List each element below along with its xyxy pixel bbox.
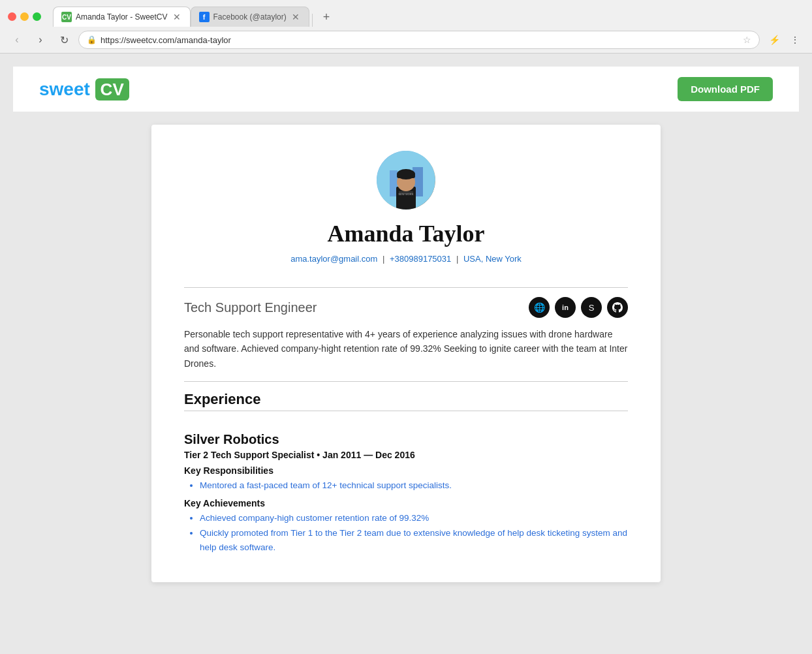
github-icon[interactable]	[607, 297, 628, 318]
achievements-heading: Key Achievements	[184, 498, 628, 508]
list-item: Mentored a fast-paced team of 12+ techni…	[200, 478, 628, 493]
position-title: Tier 2 Tech Support Specialist • Jan 201…	[184, 450, 628, 460]
refresh-button[interactable]: ↻	[55, 31, 73, 49]
more-menu-icon[interactable]: ⋮	[786, 31, 804, 49]
forward-button[interactable]: ›	[31, 31, 50, 49]
back-icon: ‹	[15, 34, 18, 46]
bookmark-icon: ☆	[743, 35, 751, 45]
avatar-image: NEW WORK	[377, 151, 435, 210]
cv-job-title: Tech Support Engineer	[184, 300, 317, 315]
nav-bar: ‹ › ↻ 🔒 https://sweetcv.com/amanda-taylo…	[0, 27, 812, 53]
contact-location[interactable]: USA, New York	[463, 254, 522, 264]
responsibilities-heading: Key Responsibilities	[184, 465, 628, 476]
close-window-btn[interactable]	[8, 12, 16, 21]
minimize-window-btn[interactable]	[20, 12, 29, 21]
download-pdf-button[interactable]: Download PDF	[678, 77, 773, 101]
new-tab-button[interactable]: +	[320, 8, 333, 27]
logo-cv-badge: CV	[95, 78, 129, 101]
cv-contact: ama.taylor@gmail.com | +380989175031 | U…	[184, 254, 628, 264]
cv-job-section: Tech Support Engineer 🌐 in S Personable …	[184, 287, 628, 371]
address-bar[interactable]: 🔒 https://sweetcv.com/amanda-taylor ☆	[78, 31, 760, 49]
social-icons-row: 🌐 in S	[529, 297, 628, 318]
achievements-list: Achieved company-high customer retention…	[200, 511, 628, 555]
cv-job-title-row: Tech Support Engineer 🌐 in S	[184, 297, 628, 318]
experience-heading: Experience	[184, 391, 628, 408]
tab-facebook-close[interactable]: ✕	[290, 12, 301, 22]
logo-sweet-text: sweet	[39, 79, 90, 99]
linkedin-icon[interactable]: in	[555, 297, 576, 318]
cv-card: NEW WORK Amanda Taylor ama.taylor@gmail.…	[151, 125, 661, 582]
list-item: Quickly promoted from Tier 1 to the Tier…	[200, 526, 628, 554]
back-button[interactable]: ‹	[8, 31, 26, 49]
separator-1: |	[383, 254, 387, 264]
forward-icon: ›	[39, 34, 42, 46]
responsibilities-list: Mentored a fast-paced team of 12+ techni…	[200, 478, 628, 493]
contact-email[interactable]: ama.taylor@gmail.com	[290, 254, 377, 264]
svg-text:NEW WORK: NEW WORK	[398, 193, 413, 196]
tabs-bar: CV Amanda Taylor - SweetCV ✕ f Facebook …	[53, 7, 804, 27]
cv-name: Amanda Taylor	[184, 220, 628, 247]
list-item: Achieved company-high customer retention…	[200, 511, 628, 525]
refresh-icon: ↻	[60, 34, 69, 46]
svg-rect-6	[397, 174, 415, 178]
title-bar: CV Amanda Taylor - SweetCV ✕ f Facebook …	[0, 0, 812, 27]
extensions-icon[interactable]: ⚡	[765, 31, 783, 49]
contact-phone[interactable]: +380989175031	[390, 254, 451, 264]
tab-sweetcv[interactable]: CV Amanda Taylor - SweetCV ✕	[53, 7, 191, 27]
sweetcv-favicon: CV	[61, 12, 72, 22]
cv-header: NEW WORK Amanda Taylor ama.taylor@gmail.…	[184, 151, 628, 277]
lock-icon: 🔒	[87, 35, 97, 44]
globe-icon[interactable]: 🌐	[529, 297, 550, 318]
window-controls	[8, 12, 41, 21]
site-logo: sweet CV	[39, 79, 129, 100]
tab-divider	[312, 14, 313, 27]
facebook-favicon: f	[199, 12, 210, 22]
tab-sweetcv-title: Amanda Taylor - SweetCV	[76, 12, 168, 22]
tab-sweetcv-close[interactable]: ✕	[172, 12, 182, 22]
company-name-silver-robotics: Silver Robotics	[184, 432, 628, 447]
site-header: sweet CV Download PDF	[13, 67, 799, 112]
browser-chrome: CV Amanda Taylor - SweetCV ✕ f Facebook …	[0, 0, 812, 54]
skype-icon[interactable]: S	[581, 297, 602, 318]
url-text: https://sweetcv.com/amanda-taylor	[101, 35, 739, 45]
maximize-window-btn[interactable]	[33, 12, 41, 21]
cv-summary: Personable tech support representative w…	[184, 327, 628, 371]
experience-content: Silver Robotics Tier 2 Tech Support Spec…	[184, 411, 628, 554]
page-background: sweet CV Download PDF	[0, 54, 812, 595]
tab-facebook-title: Facebook (@ataylor)	[213, 12, 287, 22]
avatar: NEW WORK	[377, 151, 435, 210]
separator-2: |	[456, 254, 461, 264]
nav-actions: ⚡ ⋮	[765, 31, 804, 49]
cv-experience-section: Experience	[184, 381, 628, 408]
tab-facebook[interactable]: f Facebook (@ataylor) ✕	[191, 7, 309, 27]
